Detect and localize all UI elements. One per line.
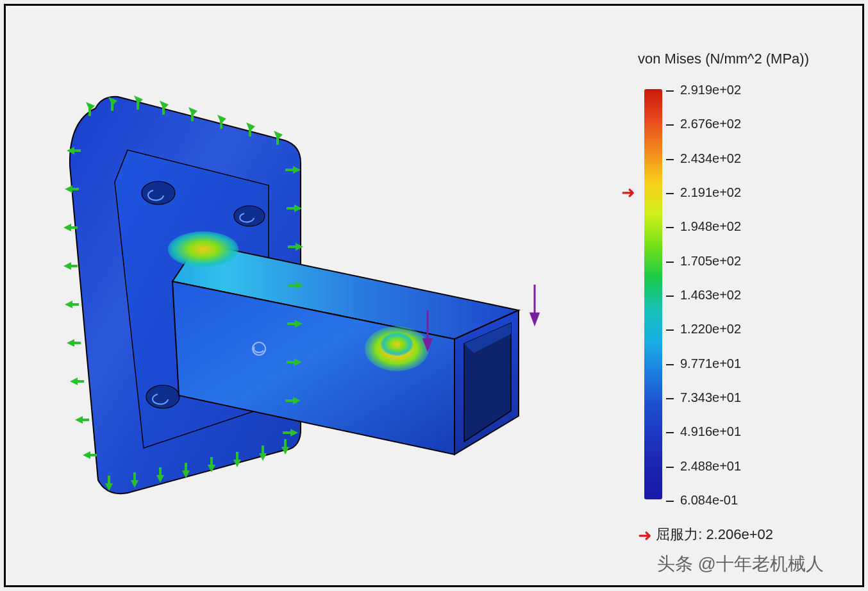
svg-rect-29 — [73, 149, 81, 152]
color-legend[interactable]: von Mises (N/mm^2 (MPa)) ➜ 2.919e+022.67… — [625, 51, 830, 563]
svg-rect-60 — [284, 439, 287, 447]
svg-rect-72 — [287, 361, 294, 363]
arrow-right-icon: ➜ — [638, 526, 652, 545]
tick-mark — [666, 364, 674, 365]
svg-rect-56 — [236, 452, 238, 460]
tick-label: 1.705e+02 — [680, 254, 741, 269]
svg-rect-31 — [71, 188, 79, 190]
tick-mark — [666, 501, 674, 502]
svg-rect-68 — [288, 284, 296, 287]
tick-label: 2.676e+02 — [680, 117, 741, 131]
svg-marker-11 — [531, 313, 538, 324]
tick-mark — [666, 262, 674, 263]
yield-value: 2.206e+02 — [706, 526, 773, 542]
tick-label: 9.771e+01 — [680, 356, 741, 371]
svg-rect-50 — [159, 467, 162, 475]
tick-mark — [666, 90, 674, 92]
tick-label: 1.948e+02 — [680, 219, 741, 234]
svg-rect-23 — [220, 121, 222, 129]
svg-point-6 — [381, 333, 413, 356]
yield-label-text: 屈服力: — [656, 526, 702, 542]
svg-rect-66 — [288, 246, 296, 248]
tick-mark — [666, 124, 674, 126]
svg-rect-48 — [133, 472, 136, 480]
svg-rect-45 — [89, 454, 97, 456]
tick-label: 1.463e+02 — [680, 288, 741, 303]
svg-rect-52 — [185, 463, 187, 470]
tick-label: 4.916e+01 — [680, 424, 741, 439]
tick-mark — [666, 432, 674, 433]
yield-strength-label: ➜ 屈服力: 2.206e+02 — [638, 525, 773, 545]
viewport-frame: von Mises (N/mm^2 (MPa)) ➜ 2.919e+022.67… — [4, 4, 864, 587]
svg-rect-25 — [249, 129, 251, 137]
yield-marker-arrow-icon: ➜ — [621, 183, 635, 203]
svg-rect-27 — [276, 137, 279, 145]
svg-rect-76 — [283, 431, 290, 434]
watermark-text: 头条 @十年老机械人 — [657, 552, 824, 576]
svg-rect-21 — [191, 113, 194, 121]
svg-rect-43 — [81, 419, 89, 421]
tick-label: 1.220e+02 — [680, 322, 741, 337]
simulation-plot[interactable] — [31, 57, 589, 519]
svg-rect-33 — [70, 226, 78, 229]
tick-label: 6.084e-01 — [680, 493, 738, 508]
svg-rect-46 — [108, 476, 110, 483]
svg-rect-19 — [162, 107, 165, 115]
tick-mark — [666, 296, 674, 297]
tick-mark — [666, 398, 674, 399]
tick-label: 2.919e+02 — [680, 83, 741, 97]
tick-label: 2.434e+02 — [680, 151, 741, 166]
svg-rect-35 — [70, 265, 78, 267]
tick-mark — [666, 467, 674, 468]
tick-label: 2.488e+01 — [680, 459, 741, 474]
svg-rect-41 — [76, 380, 84, 383]
svg-rect-64 — [287, 207, 294, 210]
tick-mark — [666, 329, 674, 331]
color-bar — [644, 89, 662, 499]
svg-rect-17 — [137, 102, 139, 110]
svg-rect-13 — [88, 108, 91, 116]
legend-title: von Mises (N/mm^2 (MPa)) — [638, 51, 809, 67]
svg-rect-70 — [287, 322, 295, 325]
svg-rect-74 — [285, 399, 293, 402]
model-svg — [31, 57, 589, 519]
tick-mark — [666, 227, 674, 228]
tick-mark — [666, 159, 674, 160]
svg-rect-39 — [73, 342, 81, 344]
svg-rect-54 — [210, 457, 213, 465]
svg-rect-37 — [71, 303, 79, 306]
svg-point-2 — [146, 385, 179, 408]
svg-point-4 — [168, 231, 238, 267]
tick-label: 7.343e+01 — [680, 390, 741, 405]
svg-point-0 — [142, 181, 175, 204]
svg-rect-58 — [262, 445, 264, 453]
tick-mark — [666, 193, 674, 194]
svg-rect-62 — [285, 169, 293, 171]
svg-point-1 — [234, 206, 265, 226]
svg-rect-15 — [111, 103, 113, 111]
tick-label: 2.191e+02 — [680, 185, 741, 200]
